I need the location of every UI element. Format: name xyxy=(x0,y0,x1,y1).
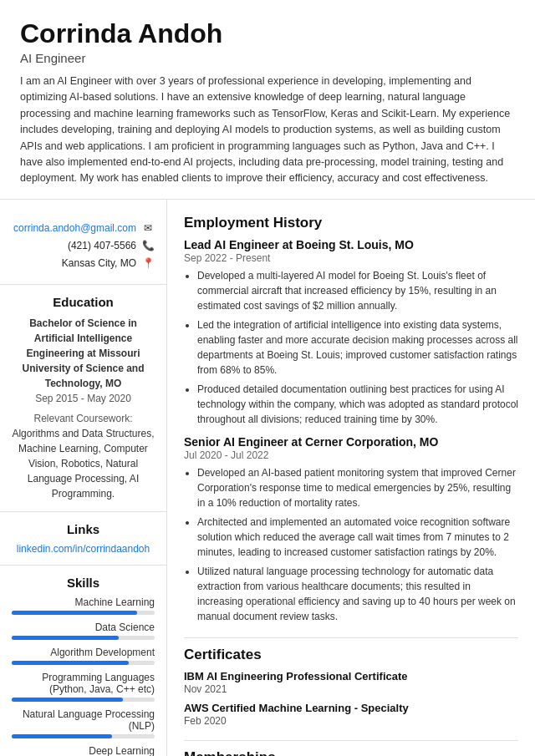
skill-bar-bg xyxy=(12,661,155,665)
summary-text: I am an AI Engineer with over 3 years of… xyxy=(20,74,515,187)
candidate-name: Corrinda Andoh xyxy=(20,18,515,49)
cert-item: IBM AI Engineering Professional Certific… xyxy=(184,670,518,695)
skill-label: Deep Learning xyxy=(12,745,155,756)
skill-item: Data Science xyxy=(12,622,155,640)
cert-name: IBM AI Engineering Professional Certific… xyxy=(184,670,518,682)
job-entry: Senior AI Engineer at Cerner Corporation… xyxy=(184,435,518,624)
section-divider-2 xyxy=(184,740,518,741)
degree-text: Bachelor of Science in Artificial Intell… xyxy=(22,317,144,389)
skill-label: Programming Languages (Python, Java, C++… xyxy=(12,672,155,695)
skill-item: Natural Language Processing (NLP) xyxy=(12,708,155,738)
links-title: Links xyxy=(12,522,155,536)
employment-section: Employment History Lead AI Engineer at B… xyxy=(184,215,518,624)
job-entry: Lead AI Engineer at Boeing St. Louis, MO… xyxy=(184,238,518,427)
main-content: Employment History Lead AI Engineer at B… xyxy=(167,200,535,756)
education-title: Education xyxy=(12,295,155,309)
certificates-title: Certificates xyxy=(184,647,518,663)
skills-list: Machine Learning Data Science Algorithm … xyxy=(12,596,155,756)
bullet-item: Architected and implemented an automated… xyxy=(197,515,518,560)
location-icon: 📍 xyxy=(141,256,155,270)
bullet-item: Produced detailed documentation outlinin… xyxy=(197,382,518,427)
bullet-item: Led the integration of artificial intell… xyxy=(197,317,518,378)
phone-row: (421) 407-5566 📞 xyxy=(12,239,155,252)
section-divider-1 xyxy=(184,637,518,638)
skill-label: Algorithm Development xyxy=(12,647,155,658)
skill-item: Programming Languages (Python, Java, C++… xyxy=(12,672,155,702)
skill-bar-bg xyxy=(12,611,155,615)
contact-section: corrinda.andoh@gmail.com ✉ (421) 407-556… xyxy=(0,213,166,285)
skill-item: Machine Learning xyxy=(12,596,155,615)
links-section: Links linkedin.com/in/corrindaandoh xyxy=(0,512,166,566)
cert-name: AWS Certified Machine Learning - Special… xyxy=(184,702,518,714)
bullet-item: Developed an AI-based patient monitoring… xyxy=(197,465,518,510)
job-date-text: Jul 2020 - Jul 2022 xyxy=(184,449,518,461)
education-details: Bachelor of Science in Artificial Intell… xyxy=(12,316,155,501)
job-title-text: Lead AI Engineer at Boeing St. Louis, MO xyxy=(184,238,518,251)
job-bullets: Developed an AI-based patient monitoring… xyxy=(184,465,518,624)
bullet-item: Developed a multi-layered AI model for B… xyxy=(197,268,518,313)
certificates-section: Certificates IBM AI Engineering Professi… xyxy=(184,647,518,727)
phone-number: (421) 407-5566 xyxy=(68,240,136,251)
skill-bar-bg xyxy=(12,698,155,702)
skill-label: Data Science xyxy=(12,622,155,633)
cert-date: Feb 2020 xyxy=(184,715,518,727)
skill-bar-bg xyxy=(12,734,155,738)
jobs-list: Lead AI Engineer at Boeing St. Louis, MO… xyxy=(184,238,518,624)
email-link[interactable]: corrinda.andoh@gmail.com xyxy=(13,222,136,234)
education-section: Education Bachelor of Science in Artific… xyxy=(0,285,166,512)
skill-item: Deep Learning xyxy=(12,745,155,756)
memberships-section: Memberships Association for the Advancem… xyxy=(184,749,518,756)
email-row: corrinda.andoh@gmail.com ✉ xyxy=(12,221,155,235)
skill-bar-fill xyxy=(12,661,129,665)
job-title-text: Senior AI Engineer at Cerner Corporation… xyxy=(184,435,518,449)
skill-item: Algorithm Development xyxy=(12,647,155,665)
cert-date: Nov 2021 xyxy=(184,683,518,695)
coursework-text: Algorithms and Data Structures, Machine … xyxy=(12,428,154,500)
job-date-text: Sep 2022 - Present xyxy=(184,252,518,264)
skill-label: Machine Learning xyxy=(12,596,155,608)
coursework-label: Relevant Coursework: xyxy=(12,411,155,426)
location-text: Kansas City, MO xyxy=(62,257,136,269)
bullet-item: Utilized natural language processing tec… xyxy=(197,564,518,624)
memberships-title: Memberships xyxy=(184,749,518,756)
cert-item: AWS Certified Machine Learning - Special… xyxy=(184,702,518,727)
phone-icon: 📞 xyxy=(141,239,155,252)
skills-section: Skills Machine Learning Data Science Alg… xyxy=(0,566,166,756)
location-row: Kansas City, MO 📍 xyxy=(12,256,155,270)
education-dates: Sep 2015 - May 2020 xyxy=(35,393,131,404)
email-icon: ✉ xyxy=(141,221,155,235)
skill-bar-fill xyxy=(12,611,137,615)
sidebar: corrinda.andoh@gmail.com ✉ (421) 407-556… xyxy=(0,200,167,756)
resume-header: Corrinda Andoh AI Engineer I am an AI En… xyxy=(0,0,535,199)
skill-bar-fill xyxy=(12,636,119,640)
skills-title: Skills xyxy=(12,576,155,590)
main-layout: corrinda.andoh@gmail.com ✉ (421) 407-556… xyxy=(0,199,535,756)
skill-bar-fill xyxy=(12,734,112,738)
job-bullets: Developed a multi-layered AI model for B… xyxy=(184,268,518,427)
employment-title: Employment History xyxy=(184,215,518,231)
skill-label: Natural Language Processing (NLP) xyxy=(12,708,155,732)
linkedin-link[interactable]: linkedin.com/in/corrindaandoh xyxy=(12,543,155,555)
certs-list: IBM AI Engineering Professional Certific… xyxy=(184,670,518,727)
job-title: AI Engineer xyxy=(20,51,515,65)
skill-bar-bg xyxy=(12,636,155,640)
skill-bar-fill xyxy=(12,698,123,702)
